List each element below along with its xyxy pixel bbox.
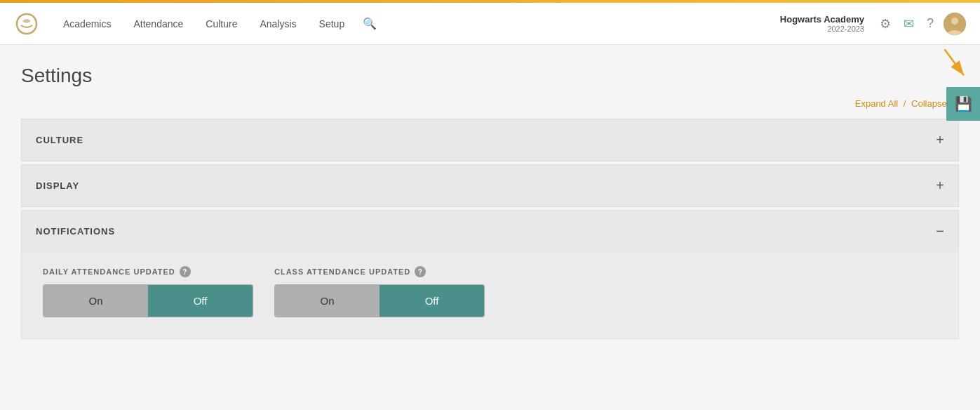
class-attendance-item: CLASS ATTENDANCE UPDATED ? On Off [274,266,485,317]
svg-point-1 [951,18,958,25]
class-attendance-toggle: On Off [274,284,485,317]
notifications-accordion: NOTIFICATIONS − DAILY ATTENDANCE UPDATED… [21,210,959,339]
separator: / [904,98,906,109]
help-icon[interactable]: ? [924,13,937,34]
nav-analysis[interactable]: Analysis [250,13,306,35]
save-icon: 💾 [955,95,972,112]
page-title: Settings [21,65,959,87]
class-attendance-off-button[interactable]: Off [380,285,484,317]
display-accordion-title: DISPLAY [36,180,79,191]
class-attendance-help-icon[interactable]: ? [415,266,426,277]
notifications-grid: DAILY ATTENDANCE UPDATED ? On Off CLASS … [43,266,937,317]
inbox-icon[interactable]: ✉ [901,13,917,34]
culture-accordion-title: CULTURE [36,135,83,145]
avatar[interactable] [944,13,966,35]
culture-accordion-header[interactable]: CULTURE + [22,119,958,161]
daily-attendance-label: DAILY ATTENDANCE UPDATED ? [43,266,253,277]
nav-attendance[interactable]: Attendance [123,13,193,35]
search-icon[interactable]: 🔍 [357,11,382,36]
daily-attendance-item: DAILY ATTENDANCE UPDATED ? On Off [43,266,253,317]
class-attendance-label: CLASS ATTENDANCE UPDATED ? [274,266,485,277]
main-content: Settings Expand All / Collapse All CULTU… [0,45,980,356]
expand-all-link[interactable]: Expand All [855,98,898,109]
display-expand-icon: + [936,178,944,194]
school-name: Hogwarts Academy [780,14,864,25]
navbar-right: Hogwarts Academy 2022-2023 ⚙ ✉ ? [780,13,966,35]
display-accordion: DISPLAY + [21,164,959,207]
gear-icon[interactable]: ⚙ [877,13,894,34]
notifications-accordion-header[interactable]: NOTIFICATIONS − [22,211,958,252]
daily-attendance-toggle: On Off [43,284,253,317]
save-button[interactable]: 💾 [946,87,980,121]
notifications-body: DAILY ATTENDANCE UPDATED ? On Off CLASS … [22,252,958,338]
culture-accordion: CULTURE + [21,119,959,161]
school-year: 2022-2023 [780,25,864,33]
app-logo[interactable] [14,11,39,37]
nav-links: Academics Attendance Culture Analysis Se… [53,11,780,36]
daily-attendance-on-button[interactable]: On [43,285,148,317]
daily-attendance-off-button[interactable]: Off [148,285,253,317]
nav-academics[interactable]: Academics [53,13,121,35]
daily-attendance-help-icon[interactable]: ? [180,266,191,277]
school-info: Hogwarts Academy 2022-2023 [780,14,864,33]
expand-collapse-links: Expand All / Collapse All [21,98,959,109]
class-attendance-on-button[interactable]: On [275,285,380,317]
culture-expand-icon: + [936,132,944,148]
navbar: Academics Attendance Culture Analysis Se… [0,3,980,45]
notifications-collapse-icon: − [936,223,944,239]
notifications-accordion-title: NOTIFICATIONS [36,226,115,237]
nav-culture[interactable]: Culture [196,13,247,35]
nav-setup[interactable]: Setup [309,13,355,35]
display-accordion-header[interactable]: DISPLAY + [22,165,958,206]
